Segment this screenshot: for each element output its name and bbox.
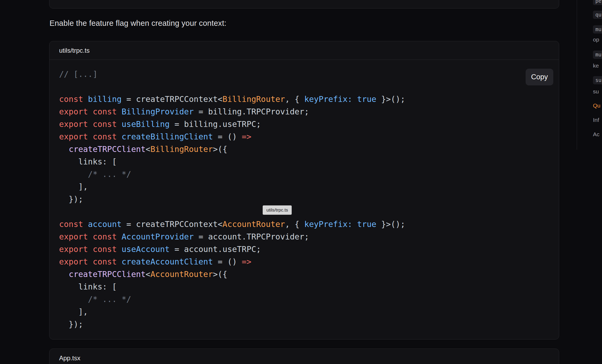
code-line: ], — [59, 305, 549, 318]
code-line — [59, 205, 549, 218]
code-line: /* ... */ — [59, 168, 549, 180]
code-line: // [...] — [59, 68, 549, 80]
toc-item[interactable]: su — [593, 76, 602, 84]
docs-page: Enable the feature flag when creating yo… — [0, 0, 602, 364]
code-line: const billing = createTRPCContext<Billin… — [59, 93, 549, 105]
filename-tooltip: utils/trpc.ts — [263, 205, 292, 215]
previous-code-block — [49, 0, 559, 9]
code-area: Copy // [...] const billing = createTRPC… — [50, 60, 559, 339]
code-line: links: [ — [59, 155, 549, 168]
toc-item[interactable]: Ac — [593, 131, 600, 138]
code-line: export const createBillingClient = () => — [59, 130, 549, 143]
code-line: links: [ — [59, 280, 549, 293]
code-line: export const useAccount = account.useTRP… — [59, 243, 549, 255]
code-line: const account = createTRPCContext<Accoun… — [59, 218, 549, 230]
code-line: /* ... */ — [59, 293, 549, 305]
code-line: }); — [59, 318, 549, 330]
code-line: export const AccountProvider = account.T… — [59, 230, 549, 243]
toc-item[interactable]: ke — [593, 62, 599, 69]
toc-list: pequmuopmukesusuQuInfAc — [593, 0, 602, 160]
toc-item[interactable]: su — [593, 88, 599, 95]
toc-item[interactable]: pe — [593, 0, 602, 5]
code-card-app-tsx: App.tsx — [49, 349, 559, 364]
toc-item[interactable]: op — [593, 36, 599, 43]
code-card-title: App.tsx — [59, 354, 80, 362]
code-line: }); — [59, 193, 549, 205]
toc-item[interactable]: qu — [593, 11, 602, 19]
toc-item[interactable]: Inf — [593, 116, 599, 123]
code-card-title: utils/trpc.ts — [59, 47, 90, 54]
code-line: createTRPCClient<BillingRouter>({ — [59, 143, 549, 155]
code-content: // [...] const billing = createTRPCConte… — [50, 60, 559, 338]
code-line: export const useBilling = billing.useTRP… — [59, 118, 549, 130]
toc-item[interactable]: mu — [593, 25, 602, 34]
intro-paragraph: Enable the feature flag when creating yo… — [50, 19, 226, 28]
code-card-utils-trpc: utils/trpc.ts Copy // [...] const billin… — [49, 41, 559, 340]
code-line: ], — [59, 180, 549, 193]
code-card-header: utils/trpc.ts — [50, 41, 559, 60]
toc-divider — [577, 0, 577, 150]
code-card-header: App.tsx — [50, 349, 559, 364]
code-line: export const BillingProvider = billing.T… — [59, 105, 549, 118]
toc-item-active[interactable]: Qu — [593, 102, 600, 109]
code-line: export const createAccountClient = () => — [59, 255, 549, 268]
code-line: createTRPCClient<AccountRouter>({ — [59, 268, 549, 280]
copy-button[interactable]: Copy — [526, 69, 553, 85]
toc-item[interactable]: mu — [593, 51, 602, 59]
code-line — [59, 80, 549, 93]
